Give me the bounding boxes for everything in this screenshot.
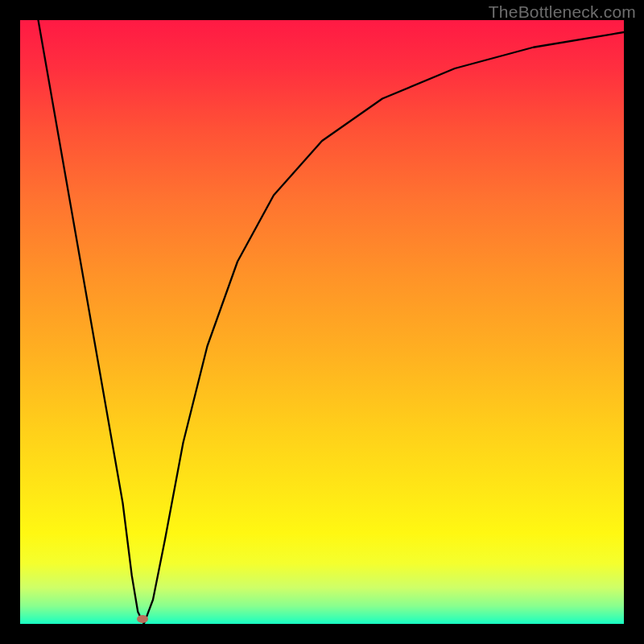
watermark-label: TheBottleneck.com [489,2,636,22]
optimal-point-marker [137,615,148,623]
chart-frame: TheBottleneck.com [0,0,644,644]
bottleneck-curve [20,20,624,624]
plot-area [20,20,624,624]
